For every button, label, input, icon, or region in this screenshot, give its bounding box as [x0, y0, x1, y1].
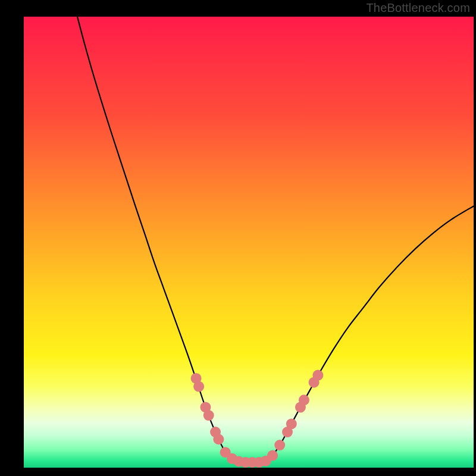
marker-point [193, 381, 204, 392]
watermark-text: TheBottleneck.com [366, 1, 470, 15]
marker-point [286, 418, 297, 429]
marker-point [274, 440, 285, 450]
marker-point [213, 434, 224, 444]
marker-point [267, 450, 278, 461]
marker-point [203, 410, 214, 421]
gradient-background [24, 17, 474, 468]
chart-svg [0, 0, 476, 476]
chart-stage: TheBottleneck.com [0, 0, 476, 476]
marker-point [312, 370, 323, 381]
marker-point [299, 394, 309, 405]
